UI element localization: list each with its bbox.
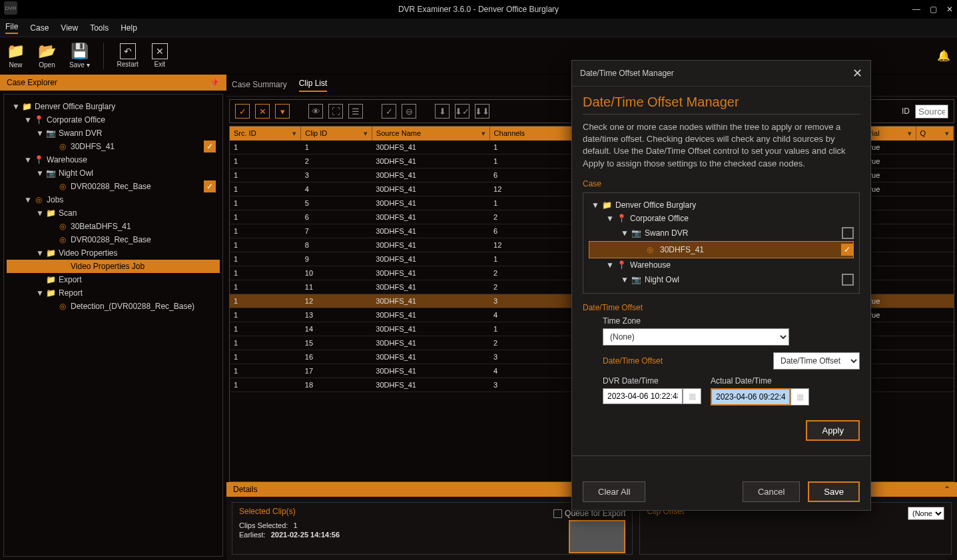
actual-datetime-input[interactable] — [711, 388, 791, 406]
ribbon-new[interactable]: 📁New — [7, 43, 25, 69]
ribbon-exit[interactable]: ✕Exit — [152, 43, 168, 68]
close-icon[interactable]: ✕ — [946, 5, 953, 14]
calendar-icon[interactable]: ▦ — [791, 388, 809, 406]
clip-thumbnail[interactable] — [569, 520, 625, 553]
expand-icon[interactable]: ⛶ — [328, 104, 343, 119]
tab-case-summary[interactable]: Case Summary — [232, 80, 287, 92]
tree-node[interactable]: ◎Detection_(DVR00288_Rec_Base) — [7, 300, 220, 313]
table-cell: 1 — [230, 196, 301, 210]
list-icon[interactable]: ☰ — [348, 104, 363, 119]
tab-clip-list[interactable]: Clip List — [299, 79, 328, 92]
case-tree[interactable]: ▼📁Denver Office Burglary▼📍Corporate Offi… — [3, 94, 223, 557]
node-icon: 📁 — [602, 200, 611, 210]
tree-node[interactable]: ◎30DHFS_41✓ — [7, 140, 220, 153]
table-cell: 30DHFS_41 — [372, 196, 489, 210]
column-header[interactable]: Source Name▾ — [372, 127, 489, 140]
menu-help[interactable]: Help — [121, 23, 137, 33]
calendar-icon[interactable]: ▦ — [683, 388, 701, 404]
tree-node[interactable]: ▼📷Night Owl — [7, 166, 220, 180]
filter-icon[interactable]: ▾ — [292, 129, 296, 138]
menu-file[interactable]: File — [5, 22, 18, 34]
modal-tree-node[interactable]: ▼📷Night Owl — [589, 272, 854, 288]
checkbox-icon[interactable] — [842, 274, 854, 286]
tree-node[interactable]: ▼◎Jobs — [7, 193, 220, 206]
clip-offset-select[interactable]: (None) — [908, 507, 944, 520]
cancel-button[interactable]: Cancel — [743, 481, 800, 502]
menu-case[interactable]: Case — [30, 23, 49, 33]
table-cell: 1 — [489, 154, 579, 168]
tree-node[interactable]: ▼📁Denver Office Burglary — [7, 100, 220, 113]
folder-open-icon: 📂 — [38, 43, 56, 60]
maximize-icon[interactable]: ▢ — [930, 5, 937, 14]
check-icon[interactable]: ✓ — [235, 104, 250, 119]
clear-all-button[interactable]: Clear All — [583, 481, 645, 502]
menu-tools[interactable]: Tools — [90, 23, 109, 33]
id-label: ID — [902, 107, 910, 116]
checkbox-icon[interactable] — [842, 227, 854, 239]
modal-close-icon[interactable]: ✕ — [852, 66, 862, 81]
notification-bell-icon[interactable]: 🔔 — [937, 49, 950, 62]
id-search-input[interactable] — [915, 105, 948, 119]
ribbon-open[interactable]: 📂Open — [38, 43, 56, 69]
checkbox-icon[interactable]: ✓ — [841, 244, 853, 256]
apply-button[interactable]: Apply — [806, 420, 860, 441]
node-icon: 📍 — [617, 214, 626, 223]
table-cell: 4 — [301, 182, 372, 196]
column-header[interactable]: Clip ID▾ — [301, 127, 372, 140]
download-all-icon[interactable]: ⬇⬇ — [475, 104, 489, 119]
modal-tree-node[interactable]: ▼📷Swann DVR — [589, 225, 854, 241]
table-cell — [916, 336, 954, 350]
ribbon-restart[interactable]: ↶Restart — [117, 43, 139, 68]
filter-icon[interactable]: ▾ — [945, 129, 949, 138]
menu-view[interactable]: View — [61, 23, 78, 33]
modal-tree-node[interactable]: ▼📍Warehouse — [589, 258, 854, 272]
check-icon[interactable]: ✓ — [204, 180, 216, 192]
tree-node[interactable]: ▼📁Scan — [7, 206, 220, 220]
offset-type-select[interactable]: Date/Time Offset — [773, 352, 860, 370]
modal-tree-node[interactable]: ▼📍Corporate Office — [589, 212, 854, 225]
column-header[interactable]: Q▾ — [916, 127, 954, 140]
column-header[interactable]: Channels▾ — [489, 127, 579, 140]
ribbon-save[interactable]: 💾Save ▾ — [69, 43, 90, 69]
table-cell — [916, 224, 954, 238]
filter-icon[interactable]: ▾ — [908, 129, 912, 138]
table-cell — [916, 308, 954, 322]
minimize-icon[interactable]: — — [912, 5, 920, 14]
tree-node[interactable]: ▼📁Report — [7, 286, 220, 300]
column-header[interactable]: Src. ID▾ — [230, 127, 301, 140]
tree-node[interactable]: ▼📍Warehouse — [7, 153, 220, 166]
filter-icon[interactable]: ▾ — [364, 129, 368, 138]
filter-icon[interactable]: ▾ — [275, 104, 290, 119]
table-cell: 1 — [230, 182, 301, 196]
table-cell: 3 — [489, 294, 579, 308]
table-cell: 9 — [301, 252, 372, 266]
tree-node[interactable]: ◎Video Properties Job — [7, 260, 220, 273]
table-cell: 1 — [230, 378, 301, 392]
accept-icon[interactable]: ✓ — [382, 104, 396, 119]
dvr-datetime-input[interactable] — [603, 388, 683, 404]
actual-datetime-label: Actual Date/Time — [711, 376, 809, 386]
checkbox-icon[interactable] — [553, 509, 562, 518]
tree-node[interactable]: ▼📷Swann DVR — [7, 127, 220, 140]
download-check-icon[interactable]: ⬇✓ — [455, 104, 470, 119]
tree-node[interactable]: 📁Export — [7, 273, 220, 286]
modal-case-tree[interactable]: ▼📁Denver Office Burglary▼📍Corporate Offi… — [583, 192, 860, 294]
eye-icon[interactable]: 👁 — [308, 104, 323, 119]
filter-icon[interactable]: ▾ — [481, 129, 485, 138]
save-button[interactable]: Save — [808, 481, 860, 502]
pin-icon[interactable]: 📌 — [210, 78, 220, 87]
modal-tree-node[interactable]: ▼📁Denver Office Burglary — [589, 198, 854, 212]
uncheck-icon[interactable]: ✕ — [255, 104, 270, 119]
modal-tree-node[interactable]: ◎30DHFS_41✓ — [589, 241, 854, 258]
tree-node[interactable]: ◎DVR00288_Rec_Base✓ — [7, 180, 220, 193]
chevron-up-icon[interactable]: ⌃ — [944, 485, 950, 494]
timezone-select[interactable]: (None) — [603, 328, 789, 346]
minus-icon[interactable]: ⊖ — [402, 104, 416, 119]
tree-node[interactable]: ▼📍Corporate Office — [7, 113, 220, 127]
tree-node[interactable]: ◎DVR00288_Rec_Base — [7, 233, 220, 246]
table-cell: 13 — [301, 308, 372, 322]
check-icon[interactable]: ✓ — [204, 140, 216, 152]
download-icon[interactable]: ⬇ — [435, 104, 450, 119]
tree-node[interactable]: ▼📁Video Properties — [7, 246, 220, 260]
tree-node[interactable]: ◎30BetaDHFS_41 — [7, 220, 220, 233]
